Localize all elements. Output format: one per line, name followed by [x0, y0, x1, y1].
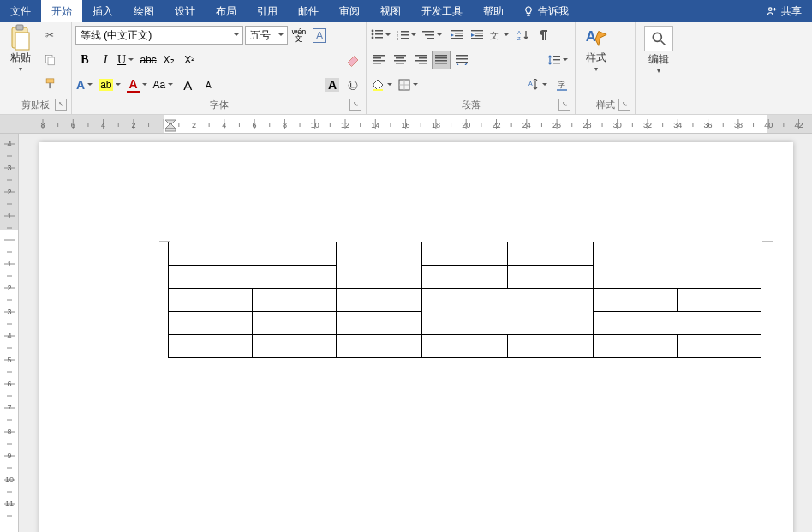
phonetic-guide-button[interactable]: wén文: [290, 26, 308, 45]
svg-point-8: [372, 29, 374, 32]
vertical-ruler[interactable]: [0, 134, 19, 532]
superscript-button[interactable]: X²: [180, 51, 199, 69]
tab-design[interactable]: 设计: [164, 0, 206, 22]
tell-me[interactable]: 告诉我: [514, 0, 577, 22]
align-left-button[interactable]: [370, 51, 389, 69]
cut-button[interactable]: ✂: [40, 26, 59, 45]
format-painter-button[interactable]: [40, 74, 59, 93]
svg-rect-56: [373, 89, 383, 91]
enclose-char-button[interactable]: ㉡: [343, 75, 362, 94]
svg-rect-45: [419, 63, 427, 64]
line-spacing-button[interactable]: [547, 51, 571, 69]
clear-formatting-button[interactable]: [343, 51, 362, 69]
decrease-indent-button[interactable]: [447, 26, 466, 45]
styles-caret-icon: ▾: [594, 65, 598, 73]
shading-button[interactable]: [370, 75, 396, 94]
styles-icon: A: [584, 26, 608, 50]
increase-indent-button[interactable]: [468, 26, 487, 45]
document-area[interactable]: [19, 134, 812, 532]
styles-button[interactable]: A 样式 ▾: [579, 24, 613, 94]
multilevel-button[interactable]: [421, 26, 445, 45]
bold-button[interactable]: B: [75, 51, 94, 69]
sort-icon: AZ: [517, 29, 529, 41]
svg-rect-55: [553, 63, 560, 63]
svg-rect-47: [435, 57, 447, 59]
horizontal-ruler[interactable]: [0, 115, 812, 134]
editing-button[interactable]: 编辑 ▾: [639, 24, 678, 94]
tab-help[interactable]: 帮助: [473, 0, 514, 22]
tab-layout[interactable]: 布局: [206, 0, 247, 22]
styles-label: 样式: [586, 51, 606, 63]
numbering-button[interactable]: 123: [396, 26, 420, 45]
svg-rect-9: [375, 30, 383, 32]
svg-rect-49: [435, 63, 447, 64]
tab-draw[interactable]: 绘图: [123, 0, 164, 22]
character-border-button[interactable]: A: [310, 26, 329, 45]
eraser-icon: [345, 53, 361, 67]
snap-icon: A: [528, 79, 540, 91]
scissors-icon: ✂: [45, 29, 54, 41]
text-effects-button[interactable]: A: [75, 75, 96, 94]
font-family-value: 等线 (中文正文): [81, 28, 152, 43]
share-button[interactable]: 共享: [755, 0, 812, 22]
paste-button[interactable]: 粘贴 ▾: [3, 24, 38, 94]
tab-references[interactable]: 引用: [247, 0, 288, 22]
tab-insert[interactable]: 插入: [82, 0, 123, 22]
font-size-combo[interactable]: 五号: [245, 26, 288, 45]
svg-rect-17: [401, 34, 409, 36]
show-marks-button[interactable]: [534, 26, 553, 45]
font-family-combo[interactable]: 等线 (中文正文): [75, 26, 243, 45]
snap-to-grid-button[interactable]: A: [527, 75, 551, 94]
svg-rect-21: [425, 34, 434, 36]
document-table[interactable]: [168, 242, 761, 358]
tab-home[interactable]: 开始: [41, 0, 82, 22]
table-corner-mark-tr: [762, 238, 773, 245]
strikethrough-button[interactable]: abc: [139, 51, 158, 69]
group-font-label: 字体: [210, 99, 229, 110]
svg-rect-36: [373, 60, 385, 62]
styles-launcher[interactable]: ⤡: [618, 99, 630, 111]
clipboard-launcher[interactable]: ⤡: [55, 99, 67, 111]
svg-rect-25: [455, 35, 463, 36]
align-right-button[interactable]: [411, 51, 430, 69]
editing-label: 编辑: [648, 53, 669, 65]
sort-button[interactable]: AZ: [514, 26, 533, 45]
svg-rect-39: [396, 57, 404, 59]
char-shading-button[interactable]: A: [323, 75, 342, 94]
bullets-icon: [371, 29, 383, 42]
svg-rect-22: [427, 38, 434, 39]
font-launcher[interactable]: ⤡: [349, 99, 361, 111]
table-row[interactable]: [169, 242, 761, 266]
underline-button[interactable]: U: [116, 51, 137, 69]
pilcrow-icon: [539, 29, 549, 41]
tab-developer[interactable]: 开发工具: [411, 0, 473, 22]
asian-layout-button[interactable]: 文: [488, 26, 512, 45]
subscript-button[interactable]: X₂: [159, 51, 178, 69]
paragraph-launcher[interactable]: ⤡: [558, 99, 570, 111]
table-row[interactable]: [169, 335, 761, 358]
font-color-button[interactable]: A: [126, 75, 150, 94]
svg-rect-5: [48, 57, 55, 65]
char-scaling-button[interactable]: 字: [552, 75, 571, 94]
grow-font-button[interactable]: A: [178, 75, 197, 94]
indent-marker-icon[interactable]: [165, 117, 176, 132]
copy-button[interactable]: [40, 50, 59, 69]
shrink-font-button[interactable]: A: [199, 75, 218, 94]
italic-button[interactable]: I: [96, 51, 115, 69]
distribute-button[interactable]: [452, 51, 471, 69]
change-case-button[interactable]: Aa: [152, 75, 177, 94]
highlight-button[interactable]: ab: [98, 75, 124, 94]
bullets-button[interactable]: [370, 26, 394, 45]
svg-rect-34: [373, 55, 385, 57]
tab-review[interactable]: 审阅: [329, 0, 370, 22]
tab-file[interactable]: 文件: [0, 0, 41, 22]
charscale-icon: 字: [556, 79, 568, 91]
tab-mailings[interactable]: 邮件: [288, 0, 329, 22]
svg-rect-6: [46, 78, 54, 82]
align-justify-button[interactable]: [432, 51, 451, 69]
table-row[interactable]: [169, 289, 761, 312]
justify-icon: [435, 55, 447, 65]
borders-button[interactable]: [397, 75, 421, 94]
align-center-button[interactable]: [391, 51, 409, 69]
tab-view[interactable]: 视图: [370, 0, 411, 22]
